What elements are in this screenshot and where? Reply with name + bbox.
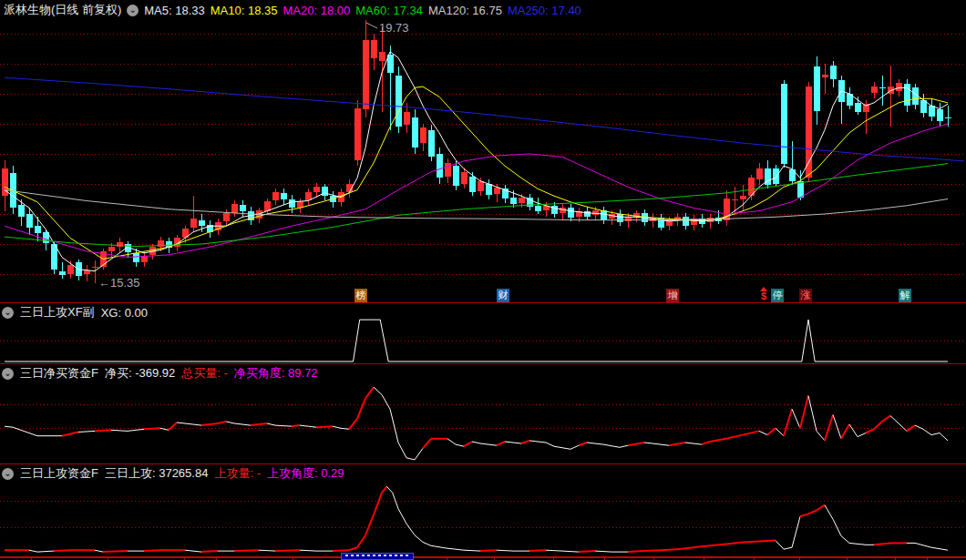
ma60-value: MA60: 17.34 (355, 4, 423, 17)
panel-xg-name: 三日上攻XF副 (20, 304, 95, 321)
ma120-value: MA120: 16.75 (428, 4, 502, 17)
clipped-date-text (345, 555, 409, 556)
ma20-value: MA20: 18.00 (283, 4, 351, 17)
shanggong-value: 三日上攻: 37265.84 (105, 465, 208, 482)
jingmai-value: 净买: -369.92 (105, 365, 175, 382)
event-marker-财[interactable]: 财 (497, 289, 509, 302)
stock-app-window: 派林生物(日线 前复权) ⌄ MA5: 18.33 MA10: 18.35 MA… (0, 0, 966, 560)
chevron-down-icon[interactable]: ⌄ (127, 5, 139, 16)
event-marker-停[interactable]: 停 (771, 289, 784, 302)
shanggongliang-value: 上攻量: - (214, 465, 261, 482)
svg-text:←15.35: ←15.35 (98, 276, 140, 290)
panel-shanggong-name: 三日上攻资金F (20, 465, 98, 482)
stock-title: 派林生物(日线 前复权) (4, 2, 121, 18)
event-marker-涨[interactable]: 涨 (799, 289, 812, 302)
shanggong-angle-value: 上攻角度: 0.29 (267, 465, 344, 482)
panel-jingmai-label-row: ⌄ 三日净买资金F 净买: -369.92 总买量: - 净买角度: 89.72 (2, 365, 318, 382)
main-candlestick-chart[interactable]: 19.73←15.35 (0, 20, 966, 302)
dividend-dollar-icon[interactable]: $ (759, 287, 768, 301)
panel-jingmai-name: 三日净买资金F (20, 365, 98, 382)
date-axis[interactable] (0, 556, 966, 560)
chevron-down-icon[interactable]: ⌄ (2, 307, 14, 319)
chevron-down-icon[interactable]: ⌄ (2, 468, 14, 480)
svg-text:19.73: 19.73 (379, 21, 409, 35)
ma5-value: MA5: 18.33 (144, 4, 205, 17)
dollar-glyph: $ (759, 291, 768, 300)
ma250-value: MA250: 17.40 (508, 4, 581, 17)
panel-xg-value: XG: 0.00 (101, 306, 148, 320)
event-marker-增[interactable]: 增 (666, 289, 679, 302)
event-marker-榜[interactable]: 榜 (355, 289, 367, 302)
date-highlight-box[interactable] (341, 553, 414, 560)
event-marker-解[interactable]: 解 (899, 289, 911, 302)
jingmai-angle-value: 净买角度: 89.72 (234, 365, 318, 382)
header-bar: 派林生物(日线 前复权) ⌄ MA5: 18.33 MA10: 18.35 MA… (0, 0, 966, 20)
panel-xg-label-row: ⌄ 三日上攻XF副 XG: 0.00 (2, 304, 148, 321)
zongmailiang-value: 总买量: - (181, 365, 228, 382)
ma10-value: MA10: 18.35 (211, 4, 278, 17)
chevron-down-icon[interactable]: ⌄ (2, 368, 14, 380)
panel-shanggong-label-row: ⌄ 三日上攻资金F 三日上攻: 37265.84 上攻量: - 上攻角度: 0.… (2, 465, 344, 482)
